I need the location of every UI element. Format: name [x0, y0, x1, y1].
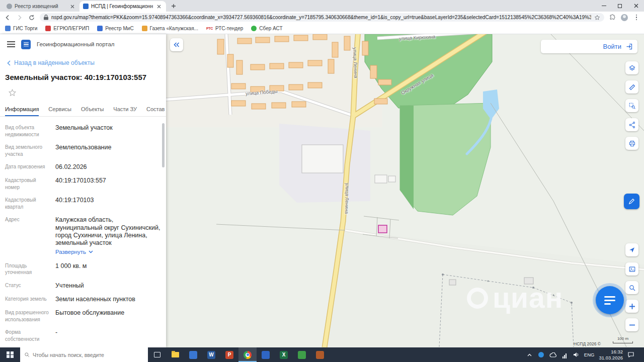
login-button[interactable]: Войти: [541, 40, 637, 53]
url-input[interactable]: [51, 15, 591, 20]
maximize-icon[interactable]: [612, 0, 628, 12]
excel-button[interactable]: X: [275, 347, 293, 362]
tab-parcel-parts[interactable]: Части ЗУ: [113, 106, 137, 116]
bookmark-icon: [251, 26, 257, 31]
zoom-out-button[interactable]: [625, 318, 638, 331]
tab-services[interactable]: Сервисы: [48, 106, 71, 116]
tab-close-icon[interactable]: [155, 3, 163, 10]
folder-icon: [172, 352, 179, 357]
map-canvas[interactable]: улица Кирюхина улица Ленина улица Победы…: [166, 34, 644, 347]
network-icon[interactable]: [561, 351, 568, 358]
expand-address-link[interactable]: Развернуть: [55, 248, 93, 255]
field-row: Дата присвоения06.02.2026: [5, 163, 161, 171]
field-row: Форма собственности-: [5, 329, 161, 342]
bookmark-egrul[interactable]: ЕГРЮЛ/ЕГРИП: [45, 26, 89, 31]
attribute-list: Вид объекта недвижимостиЗемельный участо…: [0, 117, 166, 347]
bookmark-star-icon[interactable]: [594, 15, 600, 21]
basemap-gallery-button[interactable]: [625, 262, 638, 276]
collapse-panel-button[interactable]: [170, 38, 183, 51]
my-location-button[interactable]: [625, 243, 638, 256]
field-value: Учтенный: [55, 282, 161, 290]
zoom-in-button[interactable]: [625, 300, 638, 313]
bookmark-sber-ast[interactable]: Сбер АСТ: [251, 26, 282, 31]
measure-ruler-button[interactable]: [625, 80, 638, 94]
back-to-results-link[interactable]: Назад в найденные объекты: [7, 59, 166, 66]
powerpoint-button[interactable]: P: [220, 347, 238, 362]
new-tab-button[interactable]: [169, 2, 178, 11]
tab-information[interactable]: Информация: [5, 106, 39, 116]
chrome-button-active[interactable]: [238, 347, 257, 362]
portal-title: Геоинформационный портал: [37, 41, 115, 47]
tab1-favicon: [7, 4, 12, 9]
app-icon: [262, 351, 270, 359]
onedrive-cloud-icon[interactable]: [549, 351, 556, 358]
field-row: СтатусУчтенный: [5, 282, 161, 290]
bookmark-icon: [5, 26, 11, 31]
taskbar-search[interactable]: [20, 347, 148, 362]
app-blue-button[interactable]: [257, 347, 275, 362]
menu-icon[interactable]: [7, 41, 15, 47]
forward-icon[interactable]: [16, 14, 24, 22]
close-icon[interactable]: [628, 0, 644, 12]
tray-expand-icon[interactable]: [526, 351, 533, 358]
field-value: Землепользование: [55, 144, 161, 157]
area-select-button[interactable]: [625, 99, 638, 112]
share-button[interactable]: [625, 118, 638, 131]
bookmark-rts-tender[interactable]: РТСРТС-тендер: [206, 26, 243, 31]
file-explorer-button[interactable]: [166, 347, 184, 362]
field-row: Кадастровый номер40:19:170103:557: [5, 177, 161, 191]
field-label: Вид объекта недвижимости: [5, 124, 55, 138]
field-label: Форма собственности: [5, 329, 55, 342]
browser-tab-2-active[interactable]: НСПД | Геоинформационный п: [79, 1, 166, 12]
selected-parcel[interactable]: [378, 225, 387, 233]
print-button[interactable]: [625, 137, 638, 150]
card-tabs: Информация Сервисы Объекты Части ЗУ Сост…: [0, 103, 166, 117]
taskbar-clock[interactable]: 16:32 31.03.2026: [599, 349, 623, 361]
draw-feedback-button[interactable]: [624, 194, 639, 209]
field-label: Кадастровый квартал: [5, 197, 55, 210]
street-label: улица Ленина: [352, 47, 359, 78]
tab-close-icon[interactable]: [69, 3, 76, 10]
word-button[interactable]: W: [202, 347, 220, 362]
bookmark-icon: [142, 26, 147, 31]
reload-icon[interactable]: [28, 14, 36, 22]
chevron-left-icon: [7, 60, 11, 66]
favorite-star-icon[interactable]: [8, 88, 17, 97]
tab-composition[interactable]: Состав: [146, 106, 165, 116]
bookmark-gazeta[interactable]: Газета «Калужская...: [142, 26, 198, 31]
tab-objects[interactable]: Объекты: [81, 106, 104, 116]
app-green-button[interactable]: [293, 347, 311, 362]
chat-assistant-button[interactable]: [596, 286, 624, 314]
action-center-icon[interactable]: [627, 351, 634, 358]
profile-avatar[interactable]: [620, 14, 628, 22]
tray-app-icon[interactable]: [538, 351, 545, 358]
street-label: улица Ленина: [344, 183, 350, 214]
panel-scrollbar[interactable]: [162, 123, 165, 167]
volume-icon[interactable]: [573, 351, 580, 358]
language-indicator[interactable]: ENG: [584, 352, 595, 357]
object-search-button[interactable]: [625, 281, 638, 294]
chevron-down-icon: [89, 250, 93, 253]
bookmark-gis-torgi[interactable]: ГИС Торги: [5, 26, 37, 31]
minimize-icon[interactable]: [596, 0, 612, 12]
tab-title: НСПД | Геоинформационный п: [91, 4, 153, 9]
field-row: Вид объекта недвижимостиЗемельный участо…: [5, 124, 161, 138]
back-icon[interactable]: [4, 14, 12, 22]
app-icon: [298, 351, 306, 359]
app-brown-button[interactable]: [311, 347, 329, 362]
layers-button[interactable]: [625, 61, 638, 74]
start-button[interactable]: [0, 347, 20, 362]
field-value: Бытовое обслуживание: [55, 309, 161, 323]
browser-tab-1[interactable]: Реестр извещений: [3, 1, 79, 12]
extensions-icon[interactable]: [608, 14, 616, 22]
system-tray: ENG 16:32 31.03.2026: [526, 347, 644, 362]
taskbar-search-input[interactable]: [33, 352, 144, 358]
object-info-panel: Геоинформационный портал Назад в найденн…: [0, 34, 166, 347]
url-bar[interactable]: [40, 13, 604, 22]
mail-app-button[interactable]: [184, 347, 202, 362]
task-view-button[interactable]: [148, 347, 166, 362]
portal-header: Геоинформационный портал: [0, 34, 166, 54]
bookmark-reestr-mis[interactable]: Реестр МиС: [97, 26, 133, 31]
search-icon: [24, 352, 30, 357]
browser-menu-icon[interactable]: [632, 14, 640, 22]
